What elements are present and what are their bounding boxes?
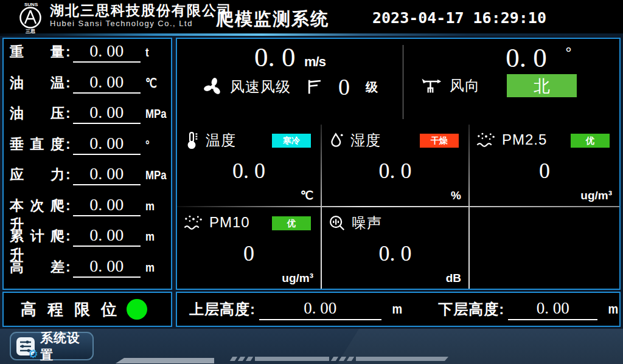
sensor-cell-pm25: PM2.5 优 0 ug/m³ [470, 125, 619, 206]
status-badge: 干燥 [420, 134, 459, 148]
status-badge: 优 [571, 134, 610, 148]
sensor-cell-pm10: PM10 优 0 ug/m³ [177, 207, 321, 289]
lower-height-unit: m [608, 301, 619, 317]
company-name-cn: 湖北三思科技股份有限公司 [50, 3, 232, 18]
sensor-label: 噪声 [352, 213, 382, 233]
wind-speed-label: 风速风级 [230, 77, 291, 97]
elevation-limit-box: 高程限位 [2, 292, 172, 327]
metric-row-current-climb: 本次爬升: 0. 00 m [4, 194, 171, 225]
sensor-cell-humidity: 湿度 干燥 0. 0 % [322, 125, 468, 206]
metrics-sidebar: 重量: 0. 00 t 油温: 0. 00 ℃ 油压: 0. 00 MPa 垂直… [2, 38, 172, 290]
sensor-value: 0 [177, 241, 321, 266]
datetime-display: 2023-04-17 16:29:10 [372, 9, 546, 27]
metric-colon: : [66, 44, 71, 60]
thermometer-icon [183, 131, 200, 150]
metric-unit: m [145, 199, 162, 213]
metric-colon: : [66, 136, 71, 153]
wind-direction-value: 0. 0 [506, 43, 547, 73]
metric-colon: : [66, 75, 71, 91]
metric-colon: : [66, 167, 71, 183]
taskbar: ⚙ 系统设置 [0, 329, 623, 364]
wind-speed-unit: m/s [304, 54, 325, 69]
metric-row-oil-temp: 油温: 0. 00 ℃ [4, 71, 171, 102]
metric-value: 0. 00 [73, 101, 141, 124]
company-logo-icon: SUNS 三思 [16, 1, 46, 33]
sensor-cell-noise: 噪声 0. 0 dB [322, 207, 468, 289]
wind-direction-label: 风向 [450, 76, 480, 95]
metric-label: 高差 [10, 258, 64, 276]
wind-level-flag-icon [305, 78, 324, 96]
lower-height-label: 下层高度: [438, 300, 504, 319]
settings-button-label: 系统设置 [40, 329, 88, 363]
sensor-unit: ug/m³ [282, 272, 313, 285]
heights-box: 上层高度: 0. 00 m 下层高度: 0. 00 m [176, 292, 621, 327]
wind-speed-value: 0. 0 [254, 42, 296, 72]
dust-icon [183, 213, 204, 232]
sensor-unit: dB [446, 272, 461, 285]
lower-height-value: 0. 00 [508, 298, 597, 320]
metric-unit: t [145, 45, 162, 60]
taskbar-stripes [231, 357, 448, 361]
wind-level-value: 0 [338, 74, 350, 100]
metric-label: 应力 [10, 165, 64, 184]
metric-row-total-climb: 累计爬升: 0. 00 m [4, 224, 171, 255]
metric-row-oil-pressure: 油压: 0. 00 MPa [4, 101, 171, 132]
page-title: 爬模监测系统 [216, 7, 329, 32]
metric-colon: : [66, 105, 71, 122]
taskbar-wedge [116, 358, 214, 363]
sensor-label: PM2.5 [502, 131, 547, 148]
wind-vane-icon [420, 76, 444, 95]
wind-row: 0. 0 m/s 风速风级 [177, 39, 619, 124]
wind-direction-section: 0. 0 ° 风向 北 [403, 39, 619, 124]
metric-unit: MPa [145, 168, 162, 182]
dust-icon [476, 131, 496, 149]
metric-value: 0. 00 [73, 71, 141, 94]
sensor-label: 湿度 [350, 131, 381, 150]
noise-icon [328, 214, 346, 232]
sensor-label: PM10 [209, 214, 250, 231]
sensor-unit: ℃ [301, 188, 313, 202]
header-divider [0, 33, 623, 36]
metric-row-stress: 应力: 0. 00 MPa [4, 163, 171, 194]
metric-label: 重量 [10, 43, 64, 61]
metric-value: 0. 00 [73, 132, 141, 155]
metric-row-height-diff: 高差: 0. 00 m [4, 255, 171, 286]
sensor-value: 0. 0 [322, 241, 468, 266]
elevation-limit-indicator [127, 299, 147, 320]
header: SUNS 三思 湖北三思科技股份有限公司 Hubei Sansi Technol… [0, 0, 623, 33]
sensor-value: 0. 0 [322, 158, 468, 184]
wind-speed-section: 0. 0 m/s 风速风级 [177, 39, 403, 124]
metric-unit: MPa [145, 106, 162, 121]
settings-sliders-icon: ⚙ [16, 337, 35, 356]
wind-direction-unit: ° [565, 44, 571, 62]
svg-text:SUNS: SUNS [24, 2, 38, 7]
sensor-label: 温度 [206, 131, 236, 150]
environment-panel: 0. 0 m/s 风速风级 [176, 38, 621, 290]
metric-value: 0. 00 [73, 255, 141, 278]
metric-label: 油压 [10, 104, 64, 123]
metric-unit: m [145, 229, 162, 244]
metric-unit: ℃ [145, 76, 162, 91]
metric-unit: m [145, 260, 162, 275]
system-settings-button[interactable]: ⚙ 系统设置 [10, 332, 94, 360]
wind-direction-reading[interactable]: 北 [507, 74, 577, 97]
fan-icon [202, 76, 224, 98]
metric-row-verticality: 垂直度: 0. 00 ° [4, 132, 171, 163]
upper-height-value: 0. 00 [259, 298, 381, 320]
metric-label: 油温 [10, 74, 64, 92]
upper-height-label: 上层高度: [189, 300, 256, 319]
sensor-cell-temperature: 温度 寒冷 0. 0 ℃ [177, 125, 321, 206]
status-badge: 优 [272, 216, 311, 230]
metric-value: 0. 00 [73, 163, 141, 185]
upper-height-unit: m [392, 301, 402, 317]
sensor-unit: ug/m³ [580, 189, 612, 202]
metric-colon: : [66, 259, 71, 275]
metric-unit: ° [145, 137, 162, 152]
metric-colon: : [66, 228, 71, 244]
metric-value: 0. 00 [73, 224, 141, 247]
metric-colon: : [66, 197, 71, 214]
sensor-value: 0 [470, 158, 619, 184]
elevation-limit-label: 高程限位 [21, 299, 117, 320]
company-name: 湖北三思科技股份有限公司 Hubei Sansi Technology Co.,… [50, 3, 232, 29]
water-drop-icon [328, 131, 345, 149]
